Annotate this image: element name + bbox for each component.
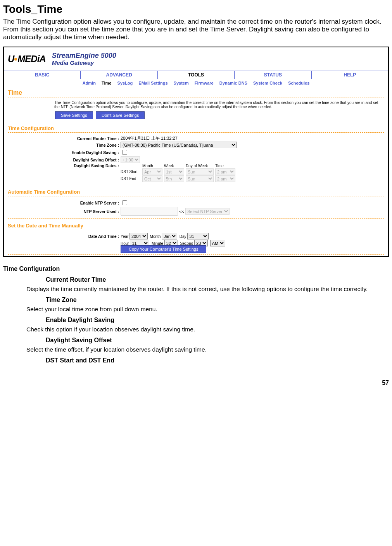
dst-end-month[interactable]: Oct <box>142 175 162 182</box>
tz-label: Time Zone : <box>10 143 119 147</box>
dsd-label: Daylight Saving Dates : <box>10 163 119 168</box>
ntp-en-label: Enable NTP Server : <box>10 201 119 205</box>
doc-h3-crt: Current Router Time <box>46 276 389 283</box>
subtab-email[interactable]: EMail Settings <box>138 81 168 85</box>
doc-p-tz: Select your local time zone from pull do… <box>26 306 389 313</box>
doc-p-eds: Check this option if your location obser… <box>26 326 389 333</box>
subtab-syslog[interactable]: SysLog <box>117 81 133 85</box>
tab-advanced[interactable]: ADVANCED <box>81 71 157 79</box>
eds-checkbox[interactable] <box>122 150 127 155</box>
dst-end-week[interactable]: 5th <box>164 175 184 182</box>
dst-start-dow[interactable]: Sun <box>186 168 214 175</box>
crt-value: 2004年1月31日 上午 11:32:27 <box>121 135 382 141</box>
man-box: Date And Time : Year 2004 Month Jan Day … <box>8 230 384 255</box>
subtab-firmware[interactable]: Firmware <box>195 81 214 85</box>
dst-end-time[interactable]: 2 am <box>215 175 235 182</box>
ampm-select[interactable]: AM <box>210 240 225 246</box>
dst-end-label: DST End <box>121 177 141 181</box>
logo-dot-icon <box>14 58 17 61</box>
dat-label: Date And Time : <box>10 234 119 239</box>
tc-heading: Time Configuration <box>8 125 384 131</box>
tab-status[interactable]: STATUS <box>235 71 311 79</box>
hdr-time: Time <box>215 164 235 168</box>
dst-end-dow[interactable]: Sun <box>186 175 214 182</box>
doc-h2: Time Configuration <box>3 265 389 272</box>
divider <box>8 97 384 97</box>
tz-select[interactable]: (GMT-08:00) Pacific Time (US/Canada), Ti… <box>121 142 237 148</box>
section-note: The Time Configuration option allows you… <box>54 101 384 109</box>
page-number: 57 <box>3 380 389 387</box>
dont-save-button[interactable]: Don't Save Settings <box>96 111 145 119</box>
doc-p-dso: Select the time offset, if your location… <box>26 346 389 353</box>
subtab-system[interactable]: System <box>174 81 189 85</box>
eds-label: Enable Daylight Saving : <box>10 150 119 155</box>
logo: UMEDiA <box>8 54 46 64</box>
doc-h3-tz: Time Zone <box>46 296 389 303</box>
dst-start-time[interactable]: 2 am <box>215 168 235 175</box>
subtab-schedules[interactable]: Schedules <box>288 81 309 85</box>
day-select[interactable]: 31 <box>187 233 209 239</box>
hdr-dow: Day of Week <box>186 164 214 168</box>
subtab-syscheck[interactable]: System Check <box>253 81 282 85</box>
section-title-time: Time <box>8 89 384 96</box>
intro-text: The Time Configuration option allows you… <box>3 18 389 41</box>
month-select[interactable]: Jan <box>162 233 177 239</box>
year-select[interactable]: 2004 <box>130 233 148 239</box>
arrow-icon: << <box>179 209 184 214</box>
dso-label: Daylight Saving Offset : <box>10 158 119 162</box>
subtab-admin[interactable]: Admin <box>83 81 96 85</box>
doc-p-crt: Displays the time currently maintained b… <box>26 286 389 293</box>
doc-h3-eds: Enable Daylight Saving <box>46 317 389 324</box>
atc-box: Enable NTP Server : NTP Server Used : <<… <box>8 196 384 219</box>
sub-tabs: Admin Time SysLog EMail Settings System … <box>4 79 388 87</box>
tab-basic[interactable]: BASIC <box>4 71 81 79</box>
ntp-used-label: NTP Server Used : <box>10 209 119 214</box>
tc-box: Current Router Time :2004年1月31日 上午 11:32… <box>8 132 384 185</box>
main-tabs: BASIC ADVANCED TOOLS STATUS HELP <box>4 71 388 79</box>
copy-time-button[interactable]: Copy Your Computer's Time Settings <box>121 245 206 253</box>
doc-section: Time Configuration Current Router Time D… <box>3 265 389 364</box>
product-title: StreamEngine 5000Media Gateway <box>52 52 116 66</box>
page-heading: Tools_Time <box>3 3 389 16</box>
ntp-server-input[interactable] <box>121 207 178 216</box>
tab-help[interactable]: HELP <box>312 71 388 79</box>
subtab-time[interactable]: Time <box>102 81 111 85</box>
doc-h3-dst: DST Start and DST End <box>46 357 389 364</box>
crt-label: Current Router Time : <box>10 136 119 141</box>
dst-start-label: DST Start <box>121 170 141 174</box>
screenshot-panel: UMEDiA StreamEngine 5000Media Gateway BA… <box>3 47 389 257</box>
doc-h3-dso: Daylight Saving Offset <box>46 337 389 344</box>
hdr-week: Week <box>164 164 184 168</box>
dst-start-month[interactable]: Apr <box>142 168 162 175</box>
hdr-month: Month <box>142 164 162 168</box>
man-heading: Set the Date and Time Manually <box>8 223 384 229</box>
dso-select[interactable]: +1:00 <box>121 156 140 163</box>
dst-start-week[interactable]: 1st <box>164 168 184 175</box>
atc-heading: Automatic Time Configuration <box>8 189 384 195</box>
save-button[interactable]: Save Settings <box>55 111 93 119</box>
tab-tools[interactable]: TOOLS <box>158 71 235 79</box>
subtab-ddns[interactable]: Dynamic DNS <box>219 81 247 85</box>
ntp-en-checkbox[interactable] <box>122 200 127 205</box>
ntp-server-select[interactable]: Select NTP Server <box>185 208 230 215</box>
